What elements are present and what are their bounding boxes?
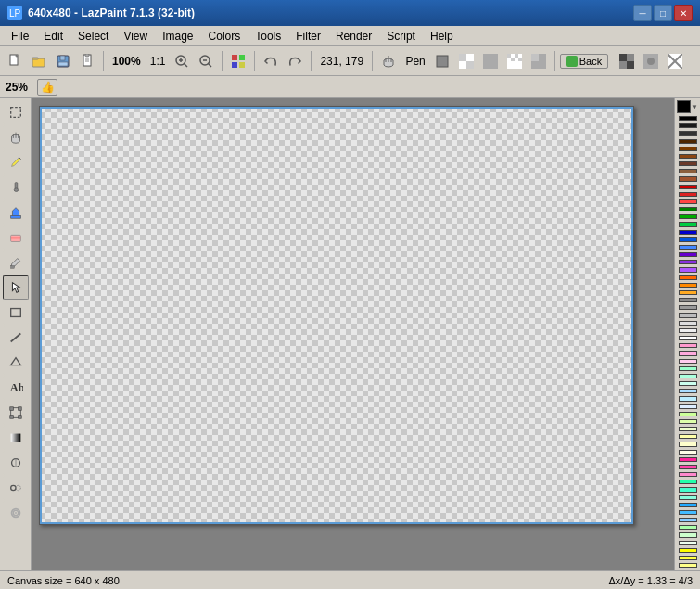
color-swatch-24[interactable] xyxy=(679,298,697,302)
color-swatch-18[interactable] xyxy=(679,252,697,257)
color-swatch-44[interactable] xyxy=(679,450,697,455)
palette-toggle[interactable] xyxy=(227,50,249,72)
pattern-btn1[interactable] xyxy=(455,50,477,72)
clone-tool[interactable] xyxy=(3,476,29,500)
menu-filter[interactable]: Filter xyxy=(288,28,328,45)
color-swatch-50[interactable] xyxy=(679,495,697,500)
close-button[interactable]: ✕ xyxy=(674,5,693,21)
back-pattern3[interactable] xyxy=(664,50,686,72)
transform-tool[interactable] xyxy=(3,401,29,425)
color-swatch-27[interactable] xyxy=(679,321,697,326)
redo-button[interactable] xyxy=(284,50,306,72)
color-swatch-32[interactable] xyxy=(679,359,697,364)
menu-tools[interactable]: Tools xyxy=(248,28,288,45)
smudge-tool[interactable] xyxy=(3,451,29,475)
color-swatch-20[interactable] xyxy=(679,267,697,272)
color-dropdown-arrow[interactable]: ▼ xyxy=(691,103,698,111)
color-swatch-6[interactable] xyxy=(679,161,697,166)
text-tool[interactable]: Ab xyxy=(3,376,29,400)
minimize-button[interactable]: ─ xyxy=(633,5,652,21)
color-swatch-19[interactable] xyxy=(679,260,697,264)
zoom-out-button[interactable] xyxy=(195,50,217,72)
canvas-area[interactable] xyxy=(32,98,674,570)
color-swatch-41[interactable] xyxy=(679,427,697,431)
color-swatch-8[interactable] xyxy=(679,176,697,181)
pan-tool[interactable] xyxy=(377,50,400,72)
color-swatch-25[interactable] xyxy=(679,305,697,310)
menu-view[interactable]: View xyxy=(116,28,155,45)
open-button[interactable] xyxy=(28,50,50,72)
canvas-display[interactable] xyxy=(40,107,633,524)
color-swatch-34[interactable] xyxy=(679,374,697,378)
color-swatch-12[interactable] xyxy=(679,207,697,211)
color-swatch-0[interactable] xyxy=(679,116,697,121)
maximize-button[interactable]: □ xyxy=(654,5,672,21)
color-swatch-36[interactable] xyxy=(679,389,697,393)
menu-help[interactable]: Help xyxy=(423,28,461,45)
menu-script[interactable]: Script xyxy=(379,28,423,45)
undo-button[interactable] xyxy=(260,50,282,72)
gradient-tool[interactable] xyxy=(3,426,29,450)
color-swatch-15[interactable] xyxy=(679,230,697,235)
thumb-up-button[interactable]: 👍 xyxy=(37,79,57,96)
pattern-btn4[interactable] xyxy=(528,50,550,72)
pencil-tool[interactable] xyxy=(3,150,29,174)
color-swatch-29[interactable] xyxy=(679,336,697,340)
pattern-btn2[interactable] xyxy=(479,50,502,72)
color-swatch-54[interactable] xyxy=(679,525,697,530)
color-swatch-2[interactable] xyxy=(679,131,697,135)
eraser-tool[interactable] xyxy=(3,225,29,250)
color-swatch-55[interactable] xyxy=(679,532,697,537)
color-swatch-23[interactable] xyxy=(679,290,697,295)
color-swatch-7[interactable] xyxy=(679,169,697,173)
color-swatch-14[interactable] xyxy=(679,222,697,226)
color-swatch-9[interactable] xyxy=(679,185,697,189)
menu-edit[interactable]: Edit xyxy=(36,28,70,45)
pen-tool-btn[interactable] xyxy=(431,50,453,72)
color-swatch-3[interactable] xyxy=(679,139,697,144)
color-swatch-38[interactable] xyxy=(679,404,697,409)
color-swatch-28[interactable] xyxy=(679,328,697,333)
color-swatch-11[interactable] xyxy=(679,199,697,204)
color-swatch-35[interactable] xyxy=(679,381,697,386)
color-swatch-39[interactable] xyxy=(679,412,697,416)
color-swatch-33[interactable] xyxy=(679,366,697,371)
color-swatch-42[interactable] xyxy=(679,434,697,439)
back-pattern1[interactable] xyxy=(616,50,638,72)
menu-file[interactable]: File xyxy=(4,28,36,45)
menu-image[interactable]: Image xyxy=(155,28,200,45)
color-swatch-43[interactable] xyxy=(679,442,697,446)
back-pattern2[interactable] xyxy=(640,50,662,72)
color-swatch-1[interactable] xyxy=(679,123,697,128)
color-swatch-37[interactable] xyxy=(679,396,697,401)
color-swatch-52[interactable] xyxy=(679,510,697,515)
color-swatch-4[interactable] xyxy=(679,147,697,151)
menu-select[interactable]: Select xyxy=(70,28,116,45)
back-button[interactable]: Back xyxy=(560,54,608,69)
color-swatch-40[interactable] xyxy=(679,419,697,424)
zoom-in-button[interactable] xyxy=(171,50,193,72)
color-picker-tool[interactable] xyxy=(3,250,29,275)
dotted-rect-select-tool[interactable] xyxy=(3,100,29,124)
color-swatch-17[interactable] xyxy=(679,245,697,250)
save-button[interactable] xyxy=(52,50,74,72)
color-swatch-30[interactable] xyxy=(679,343,697,348)
color-swatch-47[interactable] xyxy=(679,472,697,477)
color-swatch-49[interactable] xyxy=(679,487,697,492)
color-swatch-46[interactable] xyxy=(679,465,697,469)
pattern-btn3[interactable] xyxy=(503,50,526,72)
blur-tool[interactable] xyxy=(3,501,29,525)
color-swatch-21[interactable] xyxy=(679,275,697,280)
color-swatch-51[interactable] xyxy=(679,503,697,507)
color-swatch-59[interactable] xyxy=(679,563,697,568)
color-swatch-16[interactable] xyxy=(679,237,697,242)
color-swatch-45[interactable] xyxy=(679,457,697,462)
color-swatch-31[interactable] xyxy=(679,351,697,355)
menu-render[interactable]: Render xyxy=(328,28,379,45)
line-tool[interactable] xyxy=(3,326,29,350)
color-swatch-57[interactable] xyxy=(679,548,697,553)
color-swatch-13[interactable] xyxy=(679,214,697,219)
color-swatch-26[interactable] xyxy=(679,313,697,317)
fill-tool[interactable] xyxy=(3,200,29,224)
rect-tool[interactable] xyxy=(3,301,29,325)
